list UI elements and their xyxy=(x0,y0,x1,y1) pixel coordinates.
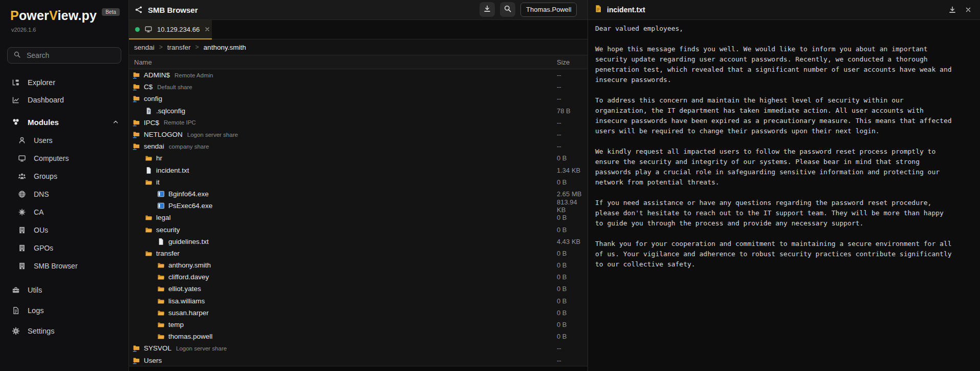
file-size: -- xyxy=(557,83,561,91)
table-row[interactable]: NETLOGONLogon server share-- xyxy=(129,129,587,140)
file-size: 0 B xyxy=(557,154,567,162)
sidebar-item-dns[interactable]: DNS xyxy=(0,185,128,203)
globe-icon xyxy=(17,190,27,199)
breadcrumb-separator: > xyxy=(159,44,163,51)
file-name: .sqlconfig xyxy=(156,107,185,115)
folder-icon xyxy=(157,297,165,305)
download-button[interactable] xyxy=(948,6,956,14)
search-button[interactable] xyxy=(500,2,515,17)
chevron-up-icon[interactable] xyxy=(112,118,119,126)
smb-browser-header: SMB Browser xyxy=(129,0,587,20)
sidebar-item-dashboard[interactable]: Dashboard xyxy=(0,91,128,109)
file-name: security xyxy=(156,226,180,234)
table-row[interactable]: hr0 B xyxy=(129,152,587,164)
table-row[interactable]: C$Default share-- xyxy=(129,81,587,93)
building-icon xyxy=(17,243,27,253)
file-viewer-panel: incident.txt Dear valued employees, We h… xyxy=(587,0,980,371)
sidebar-item-label: OUs xyxy=(34,226,48,234)
sidebar-item-gpos[interactable]: GPOs xyxy=(0,239,128,257)
tab-host[interactable]: 10.129.234.66 xyxy=(129,20,212,39)
sidebar-item-logs[interactable]: Logs xyxy=(0,300,128,321)
sidebar-item-settings[interactable]: Settings xyxy=(0,321,128,341)
sidebar-item-users[interactable]: Users xyxy=(0,131,128,149)
column-header-name: Name xyxy=(129,58,152,66)
file-name: sendai xyxy=(144,142,164,150)
table-row[interactable]: anthony.smith0 B xyxy=(129,259,587,271)
sidebar-item-label: Settings xyxy=(28,327,54,335)
close-icon[interactable] xyxy=(204,26,210,32)
table-row[interactable]: Users-- xyxy=(129,355,587,366)
table-row[interactable]: lisa.williams0 B xyxy=(129,295,587,307)
file-size: -- xyxy=(557,71,561,79)
table-row[interactable]: thomas.powell0 B xyxy=(129,331,587,342)
sidebar-item-ous[interactable]: OUs xyxy=(0,221,128,239)
sidebar-item-utils[interactable]: Utils xyxy=(0,280,128,300)
table-row[interactable]: susan.harper0 B xyxy=(129,307,587,319)
table-row[interactable]: transfer0 B xyxy=(129,248,587,259)
share-icon xyxy=(135,6,143,14)
folder-icon xyxy=(157,321,165,329)
monitor-icon xyxy=(144,25,153,33)
folder-icon xyxy=(157,285,165,293)
header-actions xyxy=(480,2,577,17)
sidebar-item-label: Computers xyxy=(34,154,69,162)
log-file-icon xyxy=(11,306,20,315)
file-name: guidelines.txt xyxy=(168,238,209,245)
table-row[interactable]: ?.sqlconfig78 B xyxy=(129,105,587,117)
sidebar-nav: ExplorerDashboardModulesUsersComputersGr… xyxy=(0,74,128,341)
table-row[interactable]: incident.txt1.34 KB xyxy=(129,164,587,176)
table-row[interactable]: config-- xyxy=(129,93,587,105)
table-row[interactable]: SYSVOLLogon server share-- xyxy=(129,342,587,354)
tab-bar: 10.129.234.66 xyxy=(129,20,587,39)
app-version: v2026.1.6 xyxy=(0,27,128,34)
sidebar-item-smb-browser[interactable]: SMB Browser xyxy=(0,257,128,275)
file-name: Bginfo64.exe xyxy=(168,190,209,198)
sidebar-item-computers[interactable]: Computers xyxy=(0,149,128,167)
table-row[interactable]: temp0 B xyxy=(129,319,587,331)
smb-browser-panel: SMB Browser 10.129.234.66 sendai > trans… xyxy=(129,0,587,371)
sidebar-item-label: Dashboard xyxy=(28,96,64,104)
sidebar-item-groups[interactable]: Groups xyxy=(0,167,128,185)
user-filter-input[interactable] xyxy=(520,3,577,17)
file-size: 0 B xyxy=(557,309,567,317)
table-row[interactable]: legal0 B xyxy=(129,212,587,223)
logo-part: V xyxy=(49,8,57,23)
table-row[interactable]: PsExec64.exe813.94 KB xyxy=(129,200,587,212)
table-row[interactable]: security0 B xyxy=(129,223,587,235)
sidebar-item-label: Explorer xyxy=(28,78,55,87)
file-icon xyxy=(594,5,602,15)
file-size: 813.94 KB xyxy=(557,198,587,214)
table-row[interactable]: it0 B xyxy=(129,176,587,188)
sidebar-item-explorer[interactable]: Explorer xyxy=(0,74,128,91)
sidebar-item-ca[interactable]: CA xyxy=(0,203,128,221)
sidebar-search[interactable] xyxy=(7,47,121,64)
sidebar-item-label: Modules xyxy=(28,118,59,127)
logo-part: ower xyxy=(19,8,49,23)
folder-icon xyxy=(144,214,153,222)
close-icon[interactable] xyxy=(965,6,972,13)
file-unknown-icon: ? xyxy=(144,107,153,115)
table-row[interactable]: guidelines.txt4.43 KB xyxy=(129,236,587,248)
table-row[interactable]: IPC$Remote IPC-- xyxy=(129,117,587,129)
table-row[interactable]: ADMIN$Remote Admin-- xyxy=(129,69,587,81)
breadcrumb-item[interactable]: sendai xyxy=(134,44,155,51)
file-name: susan.harper xyxy=(168,309,209,317)
table-row[interactable]: elliot.yates0 B xyxy=(129,283,587,295)
breadcrumb-item-current[interactable]: anthony.smith xyxy=(204,44,246,51)
download-button[interactable] xyxy=(480,2,495,17)
share-description: Logon server share xyxy=(187,132,238,138)
tab-label: 10.129.234.66 xyxy=(157,26,200,33)
share-description: Default share xyxy=(157,84,192,90)
table-row[interactable]: Bginfo64.exe2.65 MB xyxy=(129,188,587,200)
search-input[interactable] xyxy=(26,51,115,60)
share-folder-icon xyxy=(132,95,140,103)
sidebar-item-label: Groups xyxy=(34,172,57,180)
breadcrumb: sendai > transfer > anthony.smith xyxy=(129,39,587,55)
table-row[interactable]: sendaicompany share-- xyxy=(129,140,587,152)
share-folder-icon xyxy=(132,118,140,127)
sidebar-item-label: SMB Browser xyxy=(34,262,78,270)
breadcrumb-item[interactable]: transfer xyxy=(167,44,191,51)
share-folder-icon xyxy=(132,356,140,364)
sidebar-item-modules[interactable]: Modules xyxy=(0,113,128,131)
table-row[interactable]: clifford.davey0 B xyxy=(129,271,587,283)
